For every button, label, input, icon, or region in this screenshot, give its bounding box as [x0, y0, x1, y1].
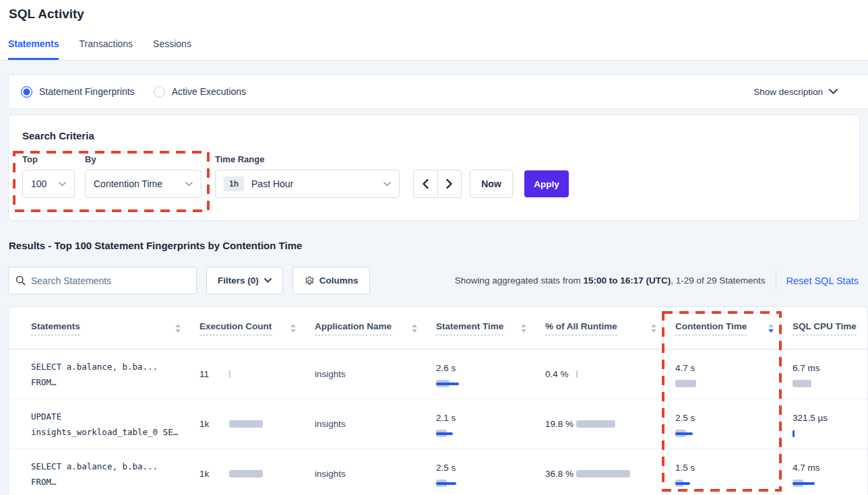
- divider: [776, 271, 776, 290]
- tab-transactions[interactable]: Transactions: [79, 38, 133, 60]
- chevron-right-icon: [446, 179, 452, 189]
- pct-runtime-cell: 36.8 %: [545, 466, 675, 482]
- gear-icon: [304, 275, 314, 286]
- column-header-statement-time[interactable]: Statement Time: [436, 321, 545, 335]
- execution-count-cell: 11: [199, 369, 315, 379]
- apply-button[interactable]: Apply: [524, 170, 569, 197]
- statements-table: Statements Execution Count Application N…: [8, 306, 868, 495]
- tab-sessions[interactable]: Sessions: [153, 38, 191, 60]
- view-mode-bar: Statement Fingerprints Active Executions…: [8, 74, 868, 109]
- pct-runtime-bar: [576, 420, 637, 428]
- top-select[interactable]: 100: [22, 170, 75, 198]
- chevron-down-icon: [383, 182, 391, 187]
- columns-label: Columns: [319, 275, 359, 286]
- sort-icon: [175, 324, 181, 333]
- contention-time-bar: [675, 430, 736, 438]
- column-header-execution-count[interactable]: Execution Count: [199, 321, 315, 335]
- sql-cpu-time-bar: [793, 480, 853, 488]
- statement-time-cell: 2.6 s: [436, 360, 545, 388]
- page-header: SQL Activity Statements Transactions Ses…: [0, 0, 868, 61]
- radio-statement-fingerprints[interactable]: Statement Fingerprints: [21, 86, 135, 98]
- statement-time-cell: 2.1 s: [436, 410, 545, 438]
- table-row: SELECT a.balance, b.ba...FROM… 11 insigh…: [9, 350, 867, 399]
- by-select-value: Contention Time: [94, 178, 162, 189]
- column-header-pct-runtime[interactable]: % of All Runtime: [545, 321, 675, 335]
- time-range-value: Past Hour: [251, 178, 293, 189]
- show-description-label: Show description: [753, 87, 823, 97]
- contention-time-bar: [675, 380, 736, 388]
- sql-cpu-time-bar: [793, 380, 853, 388]
- pct-runtime-cell: 0.4 %: [545, 366, 675, 383]
- show-description-toggle[interactable]: Show description: [753, 87, 838, 97]
- sql-cpu-time-cell: 4.7 ms: [793, 460, 868, 488]
- reset-sql-stats-link[interactable]: Reset SQL Stats: [786, 275, 859, 286]
- results-toolbar: Filters (0) Columns Showing aggregated s…: [8, 267, 863, 294]
- time-range-select[interactable]: 1h Past Hour: [215, 170, 400, 198]
- statement-link[interactable]: SELECT a.balance, b.ba...FROM…: [31, 459, 199, 490]
- application-name-cell: insights: [315, 419, 436, 429]
- execution-count-bar: [229, 470, 290, 478]
- tab-statements[interactable]: Statements: [8, 38, 59, 60]
- table-row: UPDATEinsights_workload_table_0 SE… 1k i…: [9, 399, 867, 449]
- now-button[interactable]: Now: [470, 170, 513, 198]
- chevron-left-icon: [423, 179, 429, 189]
- statement-time-cell: 2.5 s: [436, 460, 545, 488]
- statement-link[interactable]: UPDATEinsights_workload_table_0 SE…: [31, 409, 199, 440]
- radio-unselected-icon: [154, 86, 165, 98]
- application-name-cell: insights: [315, 369, 436, 379]
- search-statements-input[interactable]: [31, 275, 189, 286]
- sort-icon: [521, 324, 526, 333]
- application-name-cell: insights: [315, 469, 436, 479]
- tab-bar: Statements Transactions Sessions: [8, 38, 191, 60]
- sql-cpu-time-cell: 321.5 µs: [793, 410, 868, 438]
- filters-label: Filters (0): [218, 275, 259, 286]
- by-select[interactable]: Contention Time: [85, 170, 202, 198]
- pct-runtime-bar: [576, 470, 637, 478]
- column-header-application-name[interactable]: Application Name: [315, 321, 436, 335]
- radio-active-executions[interactable]: Active Executions: [154, 86, 247, 98]
- time-range-label: Time Range: [215, 154, 264, 164]
- top-label: Top: [22, 154, 38, 164]
- top-select-value: 100: [31, 178, 46, 189]
- contention-time-bar: [675, 480, 736, 488]
- search-criteria-panel: Search Criteria Top 100 By Contention Ti…: [8, 114, 860, 221]
- sql-cpu-time-cell: 6.7 ms: [793, 360, 868, 388]
- table-row: SELECT a.balance, b.ba...FROM… 1k insigh…: [9, 449, 867, 495]
- aggregated-stats-text: Showing aggregated stats from 15:00 to 1…: [455, 275, 766, 286]
- pct-runtime-cell: 19.8 %: [545, 416, 675, 432]
- statement-time-bar: [436, 430, 497, 438]
- search-statements-box[interactable]: [8, 267, 197, 294]
- radio-selected-icon: [21, 86, 32, 98]
- filters-button[interactable]: Filters (0): [206, 267, 283, 294]
- radio-label: Active Executions: [172, 86, 247, 97]
- results-heading: Results - Top 100 Statement Fingerprints…: [9, 240, 302, 251]
- radio-label: Statement Fingerprints: [39, 86, 135, 97]
- page-title: SQL Activity: [9, 7, 84, 22]
- next-interval-button[interactable]: [437, 170, 461, 197]
- statement-time-bar: [436, 380, 497, 388]
- table-header-row: Statements Execution Count Application N…: [9, 307, 867, 350]
- execution-count-bar: [229, 420, 290, 428]
- chevron-down-icon: [264, 278, 272, 283]
- chevron-down-icon: [185, 182, 193, 187]
- sort-icon: [651, 324, 656, 333]
- time-step-buttons: [413, 170, 462, 198]
- previous-interval-button[interactable]: [414, 170, 437, 197]
- column-header-sql-cpu-time[interactable]: SQL CPU Time: [793, 321, 868, 335]
- chevron-down-icon: [829, 89, 838, 94]
- columns-button[interactable]: Columns: [292, 267, 370, 294]
- execution-count-cell: 1k: [199, 419, 315, 429]
- contention-time-cell: 2.5 s: [675, 410, 793, 438]
- by-label: By: [85, 154, 96, 164]
- column-header-statements[interactable]: Statements: [31, 321, 199, 335]
- sort-icon: [290, 324, 296, 333]
- chevron-down-icon: [59, 182, 66, 187]
- search-criteria-title: Search Criteria: [22, 130, 94, 141]
- sort-icon: [412, 324, 417, 333]
- time-range-badge: 1h: [224, 176, 244, 191]
- column-header-contention-time[interactable]: Contention Time: [675, 321, 793, 335]
- execution-count-bar: [229, 370, 290, 378]
- search-icon: [16, 275, 26, 286]
- contention-time-cell: 1.5 s: [675, 460, 793, 488]
- statement-link[interactable]: SELECT a.balance, b.ba...FROM…: [31, 359, 199, 390]
